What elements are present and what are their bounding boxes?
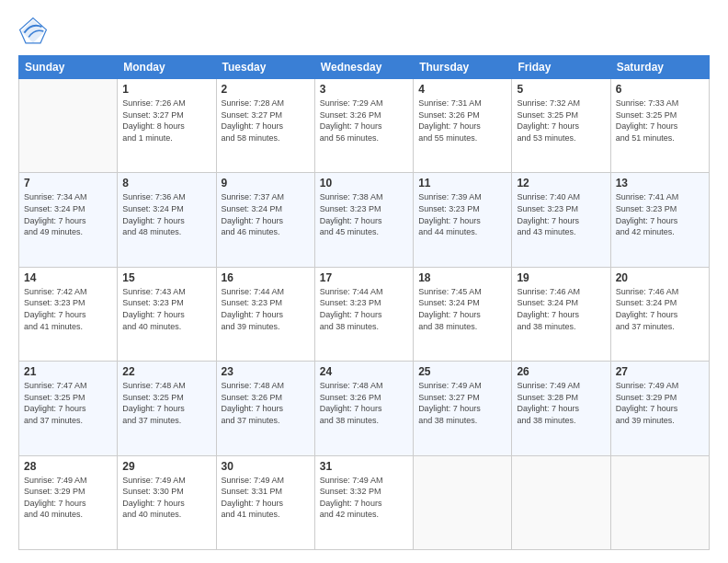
day-info: Sunrise: 7:42 AMSunset: 3:23 PMDaylight:… [24,286,112,332]
day-info: Sunrise: 7:48 AMSunset: 3:26 PMDaylight:… [320,380,408,426]
logo [18,17,53,46]
day-info: Sunrise: 7:49 AMSunset: 3:27 PMDaylight:… [418,380,506,426]
calendar-cell [512,455,610,549]
day-number: 7 [24,177,112,190]
day-number: 27 [616,365,704,378]
day-number: 11 [418,177,506,190]
day-info: Sunrise: 7:37 AMSunset: 3:24 PMDaylight:… [222,191,310,237]
day-number: 4 [418,83,506,96]
day-number: 1 [122,83,210,96]
calendar-cell: 18Sunrise: 7:45 AMSunset: 3:24 PMDayligh… [414,267,512,361]
calendar: SundayMondayTuesdayWednesdayThursdayFrid… [18,55,710,550]
calendar-cell: 27Sunrise: 7:49 AMSunset: 3:29 PMDayligh… [610,362,709,455]
day-info: Sunrise: 7:48 AMSunset: 3:25 PMDaylight:… [122,380,210,426]
day-number: 16 [222,271,310,284]
day-info: Sunrise: 7:34 AMSunset: 3:24 PMDaylight:… [24,191,112,237]
calendar-cell: 20Sunrise: 7:46 AMSunset: 3:24 PMDayligh… [610,267,709,361]
weekday-header-sunday: Sunday [19,56,118,79]
day-number: 6 [616,83,704,96]
day-number: 12 [517,177,605,190]
day-info: Sunrise: 7:43 AMSunset: 3:23 PMDaylight:… [122,286,210,332]
day-info: Sunrise: 7:38 AMSunset: 3:23 PMDaylight:… [320,191,408,237]
calendar-cell: 22Sunrise: 7:48 AMSunset: 3:25 PMDayligh… [118,362,216,455]
day-info: Sunrise: 7:36 AMSunset: 3:24 PMDaylight:… [122,191,210,237]
calendar-cell: 2Sunrise: 7:28 AMSunset: 3:27 PMDaylight… [216,79,314,173]
logo-icon [18,17,48,46]
calendar-cell: 19Sunrise: 7:46 AMSunset: 3:24 PMDayligh… [512,267,610,361]
calendar-cell: 30Sunrise: 7:49 AMSunset: 3:31 PMDayligh… [216,455,314,549]
calendar-cell: 12Sunrise: 7:40 AMSunset: 3:23 PMDayligh… [512,173,610,267]
calendar-cell: 26Sunrise: 7:49 AMSunset: 3:28 PMDayligh… [512,362,610,455]
calendar-cell [610,455,709,549]
day-number: 8 [122,177,210,190]
day-number: 14 [24,271,112,284]
day-number: 21 [24,365,112,378]
day-number: 15 [122,271,210,284]
day-number: 24 [320,365,408,378]
calendar-cell: 31Sunrise: 7:49 AMSunset: 3:32 PMDayligh… [314,455,413,549]
header [18,17,710,46]
calendar-cell: 11Sunrise: 7:39 AMSunset: 3:23 PMDayligh… [414,173,512,267]
day-number: 29 [122,460,210,473]
weekday-header-tuesday: Tuesday [216,56,314,79]
day-number: 18 [418,271,506,284]
day-info: Sunrise: 7:49 AMSunset: 3:32 PMDaylight:… [320,475,408,521]
calendar-cell: 25Sunrise: 7:49 AMSunset: 3:27 PMDayligh… [414,362,512,455]
day-number: 28 [24,460,112,473]
day-number: 3 [320,83,408,96]
day-info: Sunrise: 7:28 AMSunset: 3:27 PMDaylight:… [222,98,310,144]
day-info: Sunrise: 7:31 AMSunset: 3:26 PMDaylight:… [418,98,506,144]
calendar-cell: 3Sunrise: 7:29 AMSunset: 3:26 PMDaylight… [314,79,413,173]
calendar-cell: 16Sunrise: 7:44 AMSunset: 3:23 PMDayligh… [216,267,314,361]
day-number: 25 [418,365,506,378]
day-info: Sunrise: 7:32 AMSunset: 3:25 PMDaylight:… [517,98,605,144]
day-info: Sunrise: 7:44 AMSunset: 3:23 PMDaylight:… [222,286,310,332]
day-info: Sunrise: 7:49 AMSunset: 3:30 PMDaylight:… [122,475,210,521]
day-info: Sunrise: 7:49 AMSunset: 3:31 PMDaylight:… [222,475,310,521]
weekday-header-friday: Friday [512,56,610,79]
day-number: 5 [517,83,605,96]
day-number: 22 [122,365,210,378]
day-info: Sunrise: 7:46 AMSunset: 3:24 PMDaylight:… [517,286,605,332]
calendar-cell: 17Sunrise: 7:44 AMSunset: 3:23 PMDayligh… [314,267,413,361]
calendar-cell: 29Sunrise: 7:49 AMSunset: 3:30 PMDayligh… [118,455,216,549]
calendar-cell: 24Sunrise: 7:48 AMSunset: 3:26 PMDayligh… [314,362,413,455]
day-number: 13 [616,177,704,190]
calendar-cell: 6Sunrise: 7:33 AMSunset: 3:25 PMDaylight… [610,79,709,173]
day-info: Sunrise: 7:40 AMSunset: 3:23 PMDaylight:… [517,191,605,237]
calendar-week-row: 21Sunrise: 7:47 AMSunset: 3:25 PMDayligh… [19,362,710,455]
day-info: Sunrise: 7:44 AMSunset: 3:23 PMDaylight:… [320,286,408,332]
calendar-cell: 9Sunrise: 7:37 AMSunset: 3:24 PMDaylight… [216,173,314,267]
day-info: Sunrise: 7:46 AMSunset: 3:24 PMDaylight:… [616,286,704,332]
calendar-week-row: 1Sunrise: 7:26 AMSunset: 3:27 PMDaylight… [19,79,710,173]
page: SundayMondayTuesdayWednesdayThursdayFrid… [0,0,728,563]
day-info: Sunrise: 7:26 AMSunset: 3:27 PMDaylight:… [122,98,210,144]
calendar-cell [414,455,512,549]
calendar-cell: 7Sunrise: 7:34 AMSunset: 3:24 PMDaylight… [19,173,118,267]
calendar-cell: 15Sunrise: 7:43 AMSunset: 3:23 PMDayligh… [118,267,216,361]
day-number: 30 [222,460,310,473]
weekday-header-saturday: Saturday [610,56,709,79]
day-info: Sunrise: 7:47 AMSunset: 3:25 PMDaylight:… [24,380,112,426]
day-info: Sunrise: 7:29 AMSunset: 3:26 PMDaylight:… [320,98,408,144]
calendar-cell: 5Sunrise: 7:32 AMSunset: 3:25 PMDaylight… [512,79,610,173]
day-number: 10 [320,177,408,190]
day-number: 26 [517,365,605,378]
weekday-header-thursday: Thursday [414,56,512,79]
calendar-cell: 23Sunrise: 7:48 AMSunset: 3:26 PMDayligh… [216,362,314,455]
calendar-cell: 10Sunrise: 7:38 AMSunset: 3:23 PMDayligh… [314,173,413,267]
calendar-cell: 8Sunrise: 7:36 AMSunset: 3:24 PMDaylight… [118,173,216,267]
day-number: 31 [320,460,408,473]
day-info: Sunrise: 7:41 AMSunset: 3:23 PMDaylight:… [616,191,704,237]
calendar-week-row: 14Sunrise: 7:42 AMSunset: 3:23 PMDayligh… [19,267,710,361]
day-info: Sunrise: 7:49 AMSunset: 3:29 PMDaylight:… [24,475,112,521]
day-info: Sunrise: 7:49 AMSunset: 3:28 PMDaylight:… [517,380,605,426]
calendar-week-row: 28Sunrise: 7:49 AMSunset: 3:29 PMDayligh… [19,455,710,549]
calendar-cell: 14Sunrise: 7:42 AMSunset: 3:23 PMDayligh… [19,267,118,361]
day-info: Sunrise: 7:33 AMSunset: 3:25 PMDaylight:… [616,98,704,144]
calendar-cell: 4Sunrise: 7:31 AMSunset: 3:26 PMDaylight… [414,79,512,173]
day-number: 17 [320,271,408,284]
day-info: Sunrise: 7:49 AMSunset: 3:29 PMDaylight:… [616,380,704,426]
calendar-cell: 1Sunrise: 7:26 AMSunset: 3:27 PMDaylight… [118,79,216,173]
calendar-week-row: 7Sunrise: 7:34 AMSunset: 3:24 PMDaylight… [19,173,710,267]
